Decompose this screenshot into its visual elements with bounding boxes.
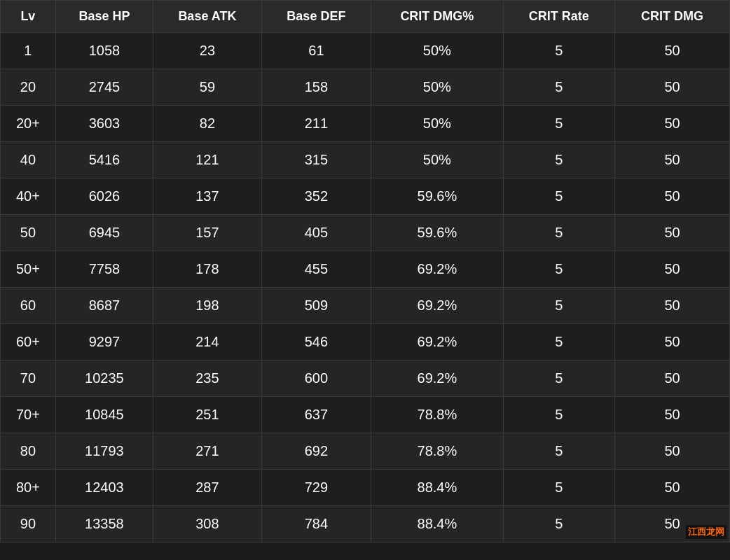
table-row: 50694515740559.6%550 bbox=[1, 215, 730, 251]
cell-crit-dmg: 50 bbox=[615, 251, 730, 288]
cell-def: 546 bbox=[261, 324, 371, 360]
cell-crit-rate: 5 bbox=[503, 251, 614, 288]
cell-hp: 7758 bbox=[55, 251, 153, 288]
cell-def: 455 bbox=[261, 251, 371, 288]
cell-crit-dmg-pct: 69.2% bbox=[371, 251, 504, 288]
cell-def: 158 bbox=[261, 69, 371, 106]
cell-atk: 23 bbox=[153, 33, 262, 69]
cell-lv: 50 bbox=[1, 215, 56, 251]
cell-lv: 60 bbox=[1, 288, 56, 324]
cell-crit-dmg: 50 bbox=[615, 215, 730, 251]
cell-crit-dmg: 50 bbox=[615, 288, 730, 324]
cell-crit-rate: 5 bbox=[503, 324, 614, 360]
table-header-row: Lv Base HP Base ATK Base DEF CRIT DMG% C… bbox=[1, 1, 730, 33]
cell-crit-rate: 5 bbox=[503, 33, 614, 69]
cell-atk: 178 bbox=[153, 251, 262, 288]
cell-crit-rate: 5 bbox=[503, 506, 614, 542]
cell-lv: 40+ bbox=[1, 178, 56, 215]
cell-lv: 90 bbox=[1, 506, 56, 542]
cell-hp: 11793 bbox=[55, 433, 153, 470]
cell-crit-rate: 5 bbox=[503, 106, 614, 142]
cell-atk: 235 bbox=[153, 360, 262, 397]
cell-crit-rate: 5 bbox=[503, 142, 614, 178]
col-header-base-atk: Base ATK bbox=[153, 1, 262, 33]
table-row: 80+1240328772988.4%550 bbox=[1, 470, 730, 506]
stats-table-container: Lv Base HP Base ATK Base DEF CRIT DMG% C… bbox=[0, 0, 730, 542]
table-row: 50+775817845569.2%550 bbox=[1, 251, 730, 288]
table-row: 60868719850969.2%550 bbox=[1, 288, 730, 324]
cell-crit-dmg: 50 bbox=[615, 106, 730, 142]
table-row: 801179327169278.8%550 bbox=[1, 433, 730, 470]
cell-def: 692 bbox=[261, 433, 371, 470]
cell-atk: 121 bbox=[153, 142, 262, 178]
cell-def: 61 bbox=[261, 33, 371, 69]
cell-atk: 198 bbox=[153, 288, 262, 324]
cell-def: 405 bbox=[261, 215, 371, 251]
cell-lv: 20+ bbox=[1, 106, 56, 142]
table-row: 11058236150%550 bbox=[1, 33, 730, 69]
cell-lv: 40 bbox=[1, 142, 56, 178]
cell-crit-rate: 5 bbox=[503, 470, 614, 506]
cell-lv: 20 bbox=[1, 69, 56, 106]
col-header-lv: Lv bbox=[1, 1, 56, 33]
cell-hp: 9297 bbox=[55, 324, 153, 360]
cell-crit-rate: 5 bbox=[503, 178, 614, 215]
cell-atk: 251 bbox=[153, 397, 262, 433]
cell-atk: 287 bbox=[153, 470, 262, 506]
cell-crit-dmg: 50 bbox=[615, 142, 730, 178]
table-row: 2027455915850%550 bbox=[1, 69, 730, 106]
cell-crit-rate: 5 bbox=[503, 397, 614, 433]
table-row: 40541612131550%550 bbox=[1, 142, 730, 178]
cell-hp: 2745 bbox=[55, 69, 153, 106]
cell-crit-rate: 5 bbox=[503, 288, 614, 324]
cell-crit-dmg-pct: 88.4% bbox=[371, 506, 504, 542]
table-row: 40+602613735259.6%550 bbox=[1, 178, 730, 215]
cell-atk: 59 bbox=[153, 69, 262, 106]
cell-atk: 157 bbox=[153, 215, 262, 251]
table-row: 901335830878488.4%550江西龙网 bbox=[1, 506, 730, 542]
cell-crit-dmg-pct: 50% bbox=[371, 106, 504, 142]
cell-hp: 8687 bbox=[55, 288, 153, 324]
cell-crit-dmg: 50 bbox=[615, 397, 730, 433]
col-header-crit-dmg: CRIT DMG bbox=[615, 1, 730, 33]
cell-crit-rate: 5 bbox=[503, 433, 614, 470]
cell-hp: 6026 bbox=[55, 178, 153, 215]
col-header-crit-dmg-pct: CRIT DMG% bbox=[371, 1, 504, 33]
cell-crit-dmg-pct: 50% bbox=[371, 69, 504, 106]
cell-hp: 10845 bbox=[55, 397, 153, 433]
cell-crit-dmg-pct: 69.2% bbox=[371, 324, 504, 360]
cell-crit-rate: 5 bbox=[503, 360, 614, 397]
cell-atk: 214 bbox=[153, 324, 262, 360]
cell-lv: 70 bbox=[1, 360, 56, 397]
col-header-crit-rate: CRIT Rate bbox=[503, 1, 614, 33]
cell-crit-dmg-pct: 78.8% bbox=[371, 397, 504, 433]
cell-hp: 12403 bbox=[55, 470, 153, 506]
cell-lv: 60+ bbox=[1, 324, 56, 360]
cell-crit-dmg-pct: 50% bbox=[371, 142, 504, 178]
cell-crit-rate: 5 bbox=[503, 69, 614, 106]
table-row: 70+1084525163778.8%550 bbox=[1, 397, 730, 433]
cell-crit-dmg-pct: 88.4% bbox=[371, 470, 504, 506]
cell-crit-dmg: 50 bbox=[615, 324, 730, 360]
cell-crit-dmg-pct: 69.2% bbox=[371, 288, 504, 324]
cell-def: 509 bbox=[261, 288, 371, 324]
cell-hp: 10235 bbox=[55, 360, 153, 397]
cell-def: 315 bbox=[261, 142, 371, 178]
col-header-base-hp: Base HP bbox=[55, 1, 153, 33]
cell-crit-dmg: 50 bbox=[615, 470, 730, 506]
cell-atk: 271 bbox=[153, 433, 262, 470]
cell-def: 637 bbox=[261, 397, 371, 433]
cell-hp: 5416 bbox=[55, 142, 153, 178]
cell-lv: 80+ bbox=[1, 470, 56, 506]
cell-def: 352 bbox=[261, 178, 371, 215]
cell-crit-dmg-pct: 59.6% bbox=[371, 178, 504, 215]
cell-crit-dmg: 50 bbox=[615, 360, 730, 397]
table-row: 60+929721454669.2%550 bbox=[1, 324, 730, 360]
cell-crit-dmg: 50 bbox=[615, 33, 730, 69]
table-row: 701023523560069.2%550 bbox=[1, 360, 730, 397]
cell-crit-dmg: 50 bbox=[615, 178, 730, 215]
cell-atk: 137 bbox=[153, 178, 262, 215]
cell-def: 784 bbox=[261, 506, 371, 542]
col-header-base-def: Base DEF bbox=[261, 1, 371, 33]
cell-lv: 50+ bbox=[1, 251, 56, 288]
